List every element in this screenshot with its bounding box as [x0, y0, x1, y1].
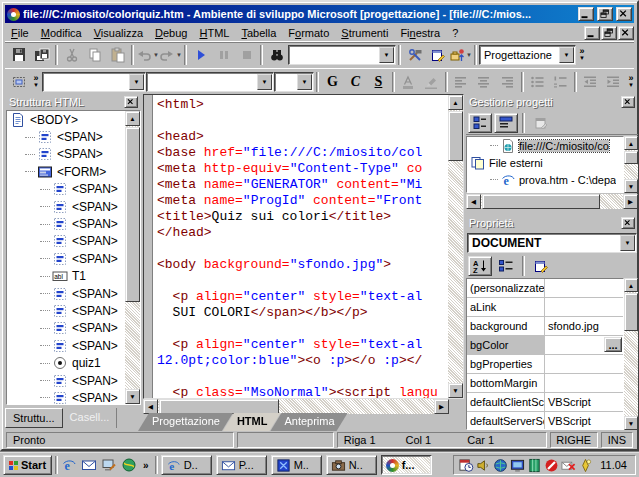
property-row[interactable]: bottomMargin: [467, 374, 623, 393]
find-combo[interactable]: ▼: [288, 45, 396, 65]
outlook-icon[interactable]: [81, 457, 97, 473]
mailx-icon[interactable]: [561, 458, 576, 473]
menu-item-visualizza[interactable]: Visualizza: [88, 26, 149, 40]
mdi-minimize-button[interactable]: [584, 26, 600, 40]
ie-icon[interactable]: e: [61, 457, 77, 473]
server-icon[interactable]: [527, 458, 542, 473]
font-combo[interactable]: ▼: [146, 72, 274, 92]
task-button[interactable]: M..: [271, 455, 322, 475]
sort-alphabetic-button[interactable]: AZ: [468, 256, 492, 276]
scroll-right-icon[interactable]: ▶: [623, 194, 638, 209]
tree-item[interactable]: <SPAN>: [7, 389, 125, 405]
task-button[interactable]: eD..: [161, 455, 212, 475]
project-horizontal-scrollbar[interactable]: ◀ ▶: [466, 194, 638, 209]
menu-item-html[interactable]: HTML: [193, 26, 235, 40]
minimize-button[interactable]: [578, 7, 594, 21]
code-text[interactable]: <html> <head><base href="file:///C:/mios…: [157, 97, 447, 398]
cut-button[interactable]: [60, 44, 83, 66]
copy-button[interactable]: [83, 44, 106, 66]
property-row[interactable]: bgColor...: [467, 336, 623, 355]
property-row[interactable]: bgProperties: [467, 355, 623, 374]
toolbox-button[interactable]: [403, 44, 426, 66]
sort-categorized-button[interactable]: [494, 256, 518, 276]
scroll-up-icon[interactable]: ▲: [448, 95, 463, 110]
tab-progettazione[interactable]: Progettazione: [138, 413, 234, 431]
menu-item-tabella[interactable]: Tabella: [235, 26, 282, 40]
combo-dropdown-icon[interactable]: ▼: [297, 74, 312, 90]
highlight-button[interactable]: [420, 71, 443, 93]
toolbar2-overflow-left-icon[interactable]: »▼: [33, 75, 39, 89]
task-button[interactable]: P...: [216, 455, 267, 475]
scroll-down-icon[interactable]: ▼: [624, 416, 638, 430]
tree-item[interactable]: <SPAN>: [7, 198, 125, 215]
stop-button[interactable]: [235, 44, 258, 66]
scroll-up-icon[interactable]: ▲: [624, 136, 638, 150]
scroll-down-icon[interactable]: ▼: [125, 389, 140, 404]
mode-combo[interactable]: Progettazione▼: [479, 45, 576, 65]
restore-button[interactable]: [597, 7, 613, 21]
menu-item-debug[interactable]: Debug: [149, 26, 193, 40]
tab-casell[interactable]: Casell...: [63, 408, 118, 428]
structure-pane-close-icon[interactable]: [124, 96, 138, 108]
scroll-down-icon[interactable]: ▼: [624, 179, 638, 193]
scheduler-icon[interactable]: [459, 458, 474, 473]
underline-button[interactable]: S: [367, 71, 390, 93]
start-debug-button[interactable]: [189, 44, 212, 66]
scroll-thumb[interactable]: [125, 127, 140, 302]
indent-button[interactable]: [602, 71, 625, 93]
combo-dropdown-icon[interactable]: ▼: [129, 74, 144, 90]
align-right-button[interactable]: [496, 71, 519, 93]
update-icon[interactable]: [578, 458, 593, 473]
toolbar1-overflow-icon[interactable]: »▼: [579, 48, 585, 62]
scroll-thumb[interactable]: [624, 293, 638, 331]
menu-item-file[interactable]: File: [5, 26, 35, 40]
menu-item-?[interactable]: ?: [446, 26, 464, 40]
numbered-list-button[interactable]: [549, 71, 572, 93]
bullet-list-button[interactable]: [526, 71, 549, 93]
properties-vertical-scrollbar[interactable]: ▲ ▼: [624, 278, 638, 430]
desktopql-icon[interactable]: [101, 457, 117, 473]
project-properties-button[interactable]: [529, 113, 553, 133]
tree-item[interactable]: <SPAN>: [7, 250, 125, 267]
code-editor[interactable]: <html> <head><base href="file:///C:/mios…: [143, 94, 464, 399]
combo-dropdown-icon[interactable]: ▼: [620, 235, 635, 251]
tree-item[interactable]: <BODY>: [7, 111, 125, 128]
undo-button[interactable]: ▼: [136, 44, 159, 66]
save-button[interactable]: [7, 44, 30, 66]
task-button[interactable]: f...: [381, 455, 432, 475]
menu-item-modifica[interactable]: Modifica: [35, 26, 88, 40]
editor-horizontal-scrollbar[interactable]: ◀ ▶: [143, 399, 449, 414]
outdent-button[interactable]: [579, 71, 602, 93]
project-item[interactable]: eprova.htm - C:\depa: [467, 171, 623, 188]
mdi-close-button[interactable]: [618, 26, 634, 40]
quick-launch-overflow-icon[interactable]: »: [143, 462, 149, 469]
volume-icon[interactable]: [476, 458, 491, 473]
combo-dropdown-icon[interactable]: ▼: [379, 47, 394, 63]
ellipsis-button[interactable]: ...: [604, 337, 622, 352]
object-selector-combo[interactable]: DOCUMENT ▼: [467, 233, 637, 253]
property-pages-button[interactable]: [529, 256, 553, 276]
channels-icon[interactable]: [121, 457, 137, 473]
align-center-button[interactable]: [473, 71, 496, 93]
project-item[interactable]: file:///C:/miosito/co: [467, 137, 623, 154]
scroll-up-icon[interactable]: ▲: [624, 278, 638, 292]
property-row[interactable]: defaultServerScriptVBScript: [467, 412, 623, 430]
scroll-down-icon[interactable]: ▼: [448, 383, 463, 398]
scroll-thumb[interactable]: [624, 151, 638, 164]
menu-item-strumenti[interactable]: Strumenti: [335, 26, 394, 40]
scroll-up-icon[interactable]: ▲: [125, 111, 140, 126]
font-size-combo[interactable]: ▼: [274, 72, 314, 92]
toolbar2-overflow-icon[interactable]: »▼: [628, 75, 634, 89]
tree-item[interactable]: <SPAN>: [7, 233, 125, 250]
tree-item[interactable]: <SPAN>: [7, 302, 125, 319]
project-pane-close-icon[interactable]: [621, 96, 635, 108]
find-button[interactable]: [265, 44, 288, 66]
tree-item[interactable]: <FORM>: [7, 163, 125, 180]
tree-item[interactable]: <SPAN>: [7, 128, 125, 145]
tree-item[interactable]: ablT1: [7, 268, 125, 285]
scroll-thumb[interactable]: [159, 399, 279, 414]
start-button[interactable]: Start: [3, 455, 52, 475]
pause-button[interactable]: [212, 44, 235, 66]
tree-item[interactable]: <SPAN>: [7, 372, 125, 389]
project-item[interactable]: File esterni: [467, 154, 623, 171]
